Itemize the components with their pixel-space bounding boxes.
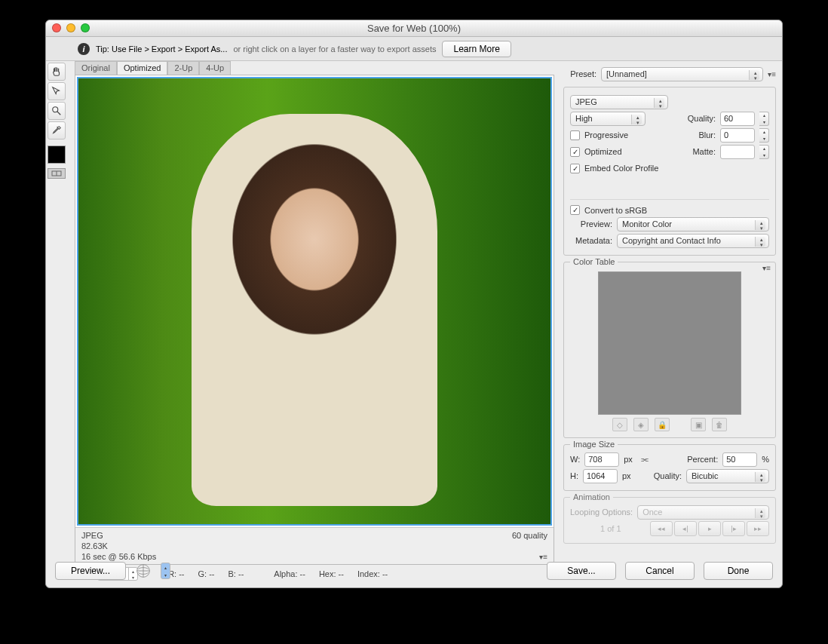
last-frame-button: ▸▸ xyxy=(747,521,769,536)
info-icon: i xyxy=(78,43,90,55)
image-info: JPEG 60 quality 82.63K 16 sec @ 56.6 Kbp… xyxy=(75,527,554,564)
zoom-tool[interactable] xyxy=(48,102,66,120)
blur-label: Blur: xyxy=(698,130,716,140)
toggle-slices-visibility[interactable] xyxy=(48,168,66,179)
image-size-title: Image Size xyxy=(570,440,618,449)
preset-flyout-icon[interactable]: ▾≡ xyxy=(768,70,776,78)
preview-canvas: JPEG 60 quality 82.63K 16 sec @ 56.6 Kbp… xyxy=(75,75,554,565)
width-field[interactable]: 708 xyxy=(584,452,619,467)
preview-select[interactable]: Monitor Color▴▾ xyxy=(617,217,769,232)
embed-profile-label: Embed Color Profile xyxy=(584,164,658,173)
browser-select-stepper[interactable]: ▴▾ xyxy=(161,563,170,579)
shift-icon[interactable]: ◈ xyxy=(633,418,649,431)
cancel-button[interactable]: Cancel xyxy=(625,562,695,580)
metadata-label: Metadata: xyxy=(570,236,612,245)
frame-counter: 1 of 1 xyxy=(600,524,621,533)
svg-line-1 xyxy=(57,112,60,115)
tip-text-prefix: Tip: Use File > Export > Export As... xyxy=(96,44,227,54)
tool-strip xyxy=(46,61,70,587)
blur-stepper[interactable]: ▴▾ xyxy=(759,128,769,143)
tab-original[interactable]: Original xyxy=(75,61,117,75)
percent-field[interactable]: 50 xyxy=(722,452,757,467)
first-frame-button: ◂◂ xyxy=(650,521,673,536)
convert-srgb-label: Convert to sRGB xyxy=(584,206,647,215)
info-format: JPEG xyxy=(81,531,103,540)
new-color-icon[interactable]: ▣ xyxy=(691,418,706,431)
dialog-buttons: Preview... ▴▾ Save... Cancel Done xyxy=(46,562,782,580)
view-tabs: Original Optimized 2-Up 4-Up xyxy=(75,61,554,75)
zoom-window-button[interactable] xyxy=(81,23,90,32)
snap-web-icon[interactable]: ◇ xyxy=(612,418,627,431)
done-button[interactable]: Done xyxy=(704,562,773,580)
preview-label: Preview: xyxy=(570,219,612,228)
format-select[interactable]: JPEG▴▾ xyxy=(570,95,668,109)
optimized-label: Optimized xyxy=(584,147,622,156)
image-preview[interactable] xyxy=(77,77,552,526)
lock-icon[interactable]: 🔒 xyxy=(655,418,670,431)
preview-menu-icon[interactable]: ▾≡ xyxy=(539,553,547,561)
resample-quality-label: Quality: xyxy=(654,471,682,480)
animation-section: Animation Looping Options: Once▴▾ 1 of 1… xyxy=(563,497,776,544)
quality-stepper[interactable]: ▴▾ xyxy=(759,112,769,126)
matte-color[interactable] xyxy=(720,145,755,159)
save-for-web-dialog: Save for Web (100%) i Tip: Use File > Ex… xyxy=(45,20,783,588)
close-window-button[interactable] xyxy=(52,23,61,32)
matte-stepper[interactable]: ▴▾ xyxy=(759,145,769,159)
hand-tool[interactable] xyxy=(48,63,66,81)
percent-label: Percent: xyxy=(687,455,718,464)
tab-optimized[interactable]: Optimized xyxy=(117,61,168,75)
resample-select[interactable]: Bicubic▴▾ xyxy=(686,469,769,483)
color-table-section: Color Table ▾≡ ◇ ◈ 🔒 ▣ 🗑 xyxy=(563,262,776,438)
animation-title: Animation xyxy=(570,492,613,501)
color-table-title: Color Table xyxy=(570,257,618,266)
color-table-flyout-icon[interactable]: ▾≡ xyxy=(762,264,771,272)
height-field[interactable]: 1064 xyxy=(583,469,618,483)
slice-select-tool[interactable] xyxy=(48,82,66,100)
learn-more-button[interactable]: Learn More xyxy=(442,41,511,57)
color-table[interactable] xyxy=(598,271,741,415)
info-quality: 60 quality xyxy=(512,531,547,540)
tip-bar: i Tip: Use File > Export > Export As... … xyxy=(46,37,782,61)
quality-preset-select[interactable]: High▴▾ xyxy=(570,112,646,126)
convert-srgb-checkbox[interactable]: ✓ xyxy=(570,205,580,215)
matte-label: Matte: xyxy=(692,147,716,156)
tip-text-suffix: or right click on a layer for a faster w… xyxy=(233,44,436,54)
play-button: ▸ xyxy=(698,521,721,536)
minimize-window-button[interactable] xyxy=(66,23,75,32)
looping-label: Looping Options: xyxy=(570,508,633,517)
trash-icon[interactable]: 🗑 xyxy=(712,418,727,431)
info-timing: 16 sec @ 56.6 Kbps xyxy=(81,552,156,561)
titlebar: Save for Web (100%) xyxy=(46,20,782,37)
prev-frame-button: ◂| xyxy=(674,521,697,536)
link-icon[interactable]: ⫘ xyxy=(640,454,649,465)
width-label: W: xyxy=(570,455,580,464)
preset-label: Preset: xyxy=(563,69,596,78)
browser-icon[interactable] xyxy=(135,563,152,579)
progressive-checkbox[interactable] xyxy=(570,130,580,140)
quality-label: Quality: xyxy=(688,114,716,123)
eyedropper-tool[interactable] xyxy=(48,121,66,140)
preset-select[interactable]: [Unnamed]▴▾ xyxy=(601,67,763,81)
eyedropper-color[interactable] xyxy=(48,146,66,164)
tab-4up[interactable]: 4-Up xyxy=(199,61,231,75)
quality-field[interactable]: 60 xyxy=(720,112,755,126)
embed-profile-checkbox[interactable]: ✓ xyxy=(570,164,580,173)
optimized-checkbox[interactable]: ✓ xyxy=(570,147,580,157)
progressive-label: Progressive xyxy=(584,130,628,140)
window-title: Save for Web (100%) xyxy=(367,23,461,34)
save-button[interactable]: Save... xyxy=(547,562,616,580)
image-size-section: Image Size W: 708 px ⫘ Percent: 50 % H: … xyxy=(563,444,776,491)
svg-point-0 xyxy=(53,107,58,112)
preview-button[interactable]: Preview... xyxy=(55,562,126,580)
metadata-select[interactable]: Copyright and Contact Info▴▾ xyxy=(617,234,769,248)
height-label: H: xyxy=(570,471,578,480)
looping-select: Once▴▾ xyxy=(637,505,769,520)
info-filesize: 82.63K xyxy=(81,541,108,550)
tab-2up[interactable]: 2-Up xyxy=(167,61,199,75)
settings-panel: Preset: [Unnamed]▴▾ ▾≡ JPEG▴▾ High▴▾ Qua… xyxy=(559,61,782,587)
blur-field[interactable]: 0 xyxy=(720,128,755,143)
next-frame-button: |▸ xyxy=(722,521,745,536)
